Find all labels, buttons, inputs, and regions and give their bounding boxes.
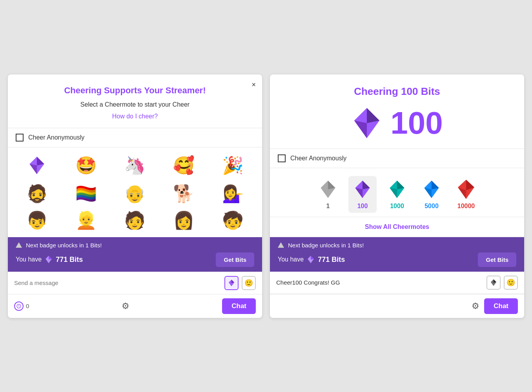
tier-10000-icon: [457, 179, 476, 200]
right-title-suffix: Bits: [418, 85, 440, 97]
cheermote-face8[interactable]: 👩: [161, 209, 207, 232]
left-panel-header: × Cheering Supports Your Streamer! Selec…: [8, 74, 262, 128]
how-to-cheer-link[interactable]: How do I cheer?: [17, 113, 253, 120]
left-bits-count: You have 771 Bits: [16, 255, 83, 264]
left-bits-diamond-icon: [45, 255, 53, 264]
cheermote-face3[interactable]: 👴: [112, 182, 158, 205]
cheermote-face4[interactable]: 💁‍♀️: [210, 182, 256, 205]
right-badge-unlock: Next badge unlocks in 1 Bits!: [278, 242, 516, 249]
cheermote-face1-emoji: 🤩: [75, 157, 97, 174]
svg-marker-28: [311, 256, 314, 260]
left-bits-input-icon: [228, 279, 235, 287]
right-you-have: You have: [278, 256, 304, 263]
right-bits-input-icon: [490, 279, 497, 287]
tier-item-1[interactable]: 1: [314, 176, 342, 213]
left-bits-input-button[interactable]: [224, 276, 239, 290]
right-bits-input-button[interactable]: [486, 276, 501, 290]
svg-marker-23: [424, 188, 432, 198]
svg-marker-4: [49, 256, 52, 260]
cheermote-face6[interactable]: 👱: [63, 209, 109, 232]
tier-item-5000[interactable]: 5000: [417, 176, 446, 213]
tier-100-icon: [353, 179, 372, 200]
right-panel-title: Cheering 100 Bits: [279, 85, 515, 98]
svg-marker-14: [328, 180, 335, 189]
svg-marker-16: [363, 180, 370, 189]
cheermote-face5[interactable]: 👦: [14, 209, 60, 232]
right-chat-button[interactable]: Chat: [484, 298, 518, 314]
tier-5000-label: 5000: [425, 203, 439, 210]
right-big-num-text: 100: [390, 107, 443, 139]
right-title-prefix: Cheering: [354, 85, 401, 97]
show-all-cheermotes-link[interactable]: Show All Cheermotes: [270, 217, 524, 237]
svg-line-9: [19, 306, 20, 307]
cheermote-diamond[interactable]: [14, 152, 60, 179]
cheermote-face5-emoji: 👦: [26, 212, 48, 229]
anon-checkbox[interactable]: [16, 134, 24, 142]
right-big-diamond-icon: [351, 105, 383, 141]
left-panel-title: Cheering Supports Your Streamer!: [17, 85, 253, 96]
left-chat-input[interactable]: [14, 279, 221, 286]
panels-container: × Cheering Supports Your Streamer! Selec…: [8, 74, 524, 318]
right-chat-input[interactable]: [276, 279, 483, 286]
cheermote-face3-emoji: 👴: [124, 185, 146, 202]
svg-marker-20: [390, 188, 397, 198]
left-slow-mode-count: 0: [26, 303, 29, 309]
left-badge-tri-icon: [16, 242, 22, 248]
right-settings-gear-icon[interactable]: ⚙: [472, 301, 479, 311]
right-anon-checkbox[interactable]: [278, 154, 286, 162]
anon-label: Cheer Anonymously: [28, 134, 84, 141]
cheermote-face7-emoji: 🧑: [124, 212, 146, 229]
right-title-highlight: 100: [401, 85, 418, 97]
right-big-number-row: 100: [279, 105, 515, 141]
right-chat-bottom-row: ⚙ Chat: [270, 294, 524, 318]
left-you-have: You have: [16, 256, 42, 263]
left-chat-button[interactable]: Chat: [222, 298, 256, 314]
left-emoji-button[interactable]: 🙂: [242, 276, 256, 290]
left-slow-mode-icon: [14, 301, 24, 311]
svg-marker-17: [355, 188, 363, 198]
tier-1000-icon: [388, 179, 406, 200]
close-button[interactable]: ×: [251, 81, 256, 89]
right-panel-header: Cheering 100 Bits 100: [270, 74, 524, 149]
cheermote-pride[interactable]: 🏳️‍🌈: [63, 182, 109, 205]
tier-item-1000[interactable]: 1000: [383, 176, 411, 213]
cheermote-face6-emoji: 👱: [75, 212, 97, 229]
cheermote-party-emoji: 🎉: [222, 157, 244, 174]
right-get-bits-button[interactable]: Get Bits: [478, 252, 516, 267]
svg-marker-22: [432, 180, 439, 189]
tier-item-10000[interactable]: 10000: [452, 176, 480, 213]
right-badge-unlock-text: Next badge unlocks in 1 Bits!: [288, 242, 364, 249]
svg-marker-30: [494, 279, 496, 283]
svg-marker-1: [37, 156, 44, 165]
cheermotes-grid: 🤩 🦄 🥰 🎉 🧔 🏳️‍🌈 👴 🐕: [8, 147, 262, 237]
right-bits-count: You have 771 Bits: [278, 255, 345, 264]
cheermote-face4-emoji: 💁‍♀️: [222, 185, 244, 202]
left-chat-bottom-row: 0 ⚙ Chat: [8, 294, 262, 318]
left-get-bits-button[interactable]: Get Bits: [216, 252, 254, 267]
tier-1000-label: 1000: [390, 203, 404, 210]
tier-item-100[interactable]: 100: [348, 176, 377, 213]
cheermote-dog[interactable]: 🐕: [161, 182, 207, 205]
svg-marker-11: [367, 108, 379, 123]
left-chat-input-row: 🙂: [8, 272, 262, 294]
left-badge-unlock-text: Next badge unlocks in 1 Bits!: [26, 242, 102, 249]
cheermote-pride-emoji: 🏳️‍🌈: [75, 185, 97, 202]
left-settings-gear-icon[interactable]: ⚙: [122, 301, 129, 311]
cheermote-party[interactable]: 🎉: [210, 152, 256, 179]
right-anon-row: Cheer Anonymously: [270, 149, 524, 168]
left-bits-count-value: 771 Bits: [56, 256, 83, 264]
cheermote-face9[interactable]: 🧒: [210, 209, 256, 232]
right-emoji-button[interactable]: 🙂: [504, 276, 518, 290]
cheermote-heart[interactable]: 🥰: [161, 152, 207, 179]
tier-5000-icon: [422, 179, 441, 200]
left-smiley-icon: 🙂: [244, 279, 253, 287]
right-bits-diamond-icon: [307, 255, 315, 264]
cheermote-face7[interactable]: 🧑: [112, 209, 158, 232]
left-slow-mode: 0: [14, 301, 29, 311]
cheermote-face2[interactable]: 🧔: [14, 182, 60, 205]
cheermote-face1[interactable]: 🤩: [63, 152, 109, 179]
cheermote-dog-emoji: 🐕: [173, 185, 195, 202]
cheermote-unicorn-emoji: 🦄: [124, 157, 146, 174]
cheermote-unicorn[interactable]: 🦄: [112, 152, 158, 179]
left-badge-bar: Next badge unlocks in 1 Bits! You have 7…: [8, 237, 262, 272]
